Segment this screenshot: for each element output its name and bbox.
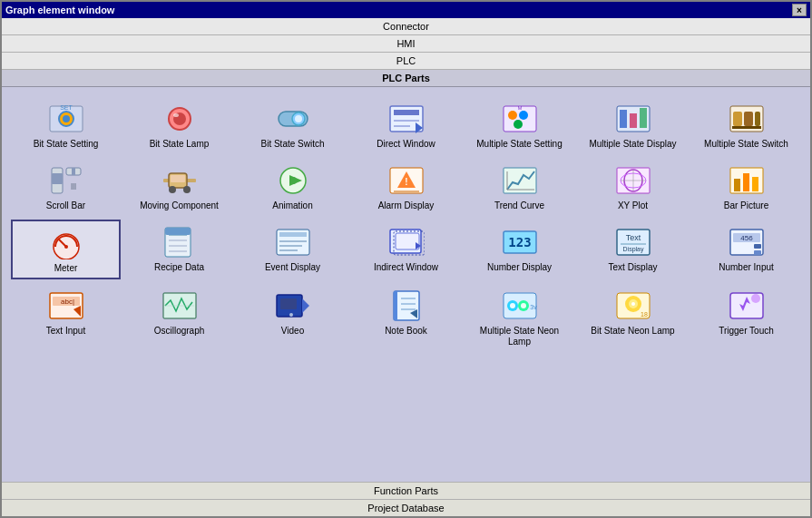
icon-item-bit-state-switch[interactable]: Bit State Switch <box>238 96 347 154</box>
svg-point-9 <box>295 115 302 122</box>
icon-item-bar-picture[interactable]: Bar Picture <box>691 158 801 216</box>
svg-point-18 <box>514 120 523 129</box>
svg-point-37 <box>183 186 191 193</box>
icon-item-text-input[interactable]: abc|Text Input <box>11 283 121 352</box>
icon-item-animation[interactable]: Animation <box>238 158 347 216</box>
icon-item-multiple-state-setting[interactable]: MMultiple State Setting <box>465 96 574 154</box>
svg-text:|||: ||| <box>70 181 75 190</box>
icon-item-bit-state-setting[interactable]: SETBit State Setting <box>11 96 121 154</box>
svg-rect-86 <box>754 250 761 255</box>
icon-item-number-display[interactable]: 123Number Display <box>465 220 574 279</box>
icon-item-direct-window[interactable]: Direct Window <box>351 96 461 154</box>
icons-grid: SETBit State SettingBit State LampBit St… <box>2 87 810 482</box>
icon-label-recipe-data: Recipe Data <box>154 262 204 273</box>
icon-item-note-book[interactable]: Note Book <box>351 283 461 352</box>
svg-rect-66 <box>165 228 191 235</box>
svg-point-17 <box>519 111 528 120</box>
icon-label-text-input: Text Input <box>46 326 85 337</box>
icon-item-bit-state-neon-lamp[interactable]: 18Bit State Neon Lamp <box>578 283 688 352</box>
icon-label-multiple-state-display: Multiple State Display <box>589 139 676 150</box>
svg-point-107 <box>521 303 526 308</box>
icon-img-multiple-state-setting: M <box>498 101 542 137</box>
icon-item-trend-curve[interactable]: Trend Curve <box>465 158 574 216</box>
icon-item-bit-state-lamp[interactable]: Bit State Lamp <box>124 96 234 154</box>
svg-text:!: ! <box>405 177 407 187</box>
plc-menu[interactable]: PLC <box>2 53 810 70</box>
svg-rect-32 <box>72 168 75 175</box>
icon-img-multiple-state-switch <box>725 101 768 137</box>
svg-rect-25 <box>733 112 742 126</box>
icon-label-multiple-state-setting: Multiple State Setting <box>476 139 563 150</box>
svg-text:Text: Text <box>625 233 641 242</box>
icon-img-scroll-bar: ||| <box>44 162 88 199</box>
icon-item-oscillograph[interactable]: Oscillograph <box>124 283 234 352</box>
function-parts-bar[interactable]: Function Parts <box>2 482 810 499</box>
svg-rect-95 <box>280 298 297 309</box>
icon-label-direct-window: Direct Window <box>377 139 435 150</box>
icon-img-moving-component <box>158 162 201 199</box>
icon-item-indirect-window[interactable]: Indirect Window <box>351 220 461 279</box>
icon-label-number-display: Number Display <box>487 262 552 273</box>
title-bar: Graph element window × <box>2 2 810 18</box>
icon-item-multiple-state-display[interactable]: Multiple State Display <box>578 96 688 154</box>
icon-label-bar-picture: Bar Picture <box>724 200 768 211</box>
svg-text:456: 456 <box>740 234 753 242</box>
svg-text:18: 18 <box>641 311 648 318</box>
icon-img-bit-state-switch <box>271 101 315 137</box>
icon-img-xy-plot <box>611 162 655 199</box>
icon-img-animation <box>271 162 315 199</box>
icon-label-bit-state-setting: Bit State Setting <box>34 139 99 150</box>
icon-item-multiple-state-neon-lamp[interactable]: 3vMultiple State Neon Lamp <box>465 283 574 352</box>
svg-text:Display: Display <box>622 246 643 253</box>
svg-text:abc|: abc| <box>61 298 74 306</box>
icon-item-video[interactable]: Video <box>238 283 347 352</box>
icon-img-recipe-data <box>158 224 201 260</box>
icon-item-xy-plot[interactable]: XY Plot <box>578 158 688 216</box>
icon-item-event-display[interactable]: Event Display <box>238 220 347 279</box>
hmi-menu[interactable]: HMI <box>2 35 810 53</box>
icon-label-bit-state-neon-lamp: Bit State Neon Lamp <box>591 326 674 337</box>
svg-point-105 <box>510 303 515 308</box>
icon-item-meter[interactable]: Meter <box>11 220 121 279</box>
svg-marker-94 <box>302 298 309 313</box>
icon-item-moving-component[interactable]: Moving Component <box>124 158 234 216</box>
icon-img-multiple-state-neon-lamp: 3v <box>498 288 542 324</box>
icon-item-text-display[interactable]: TextDisplayText Display <box>578 220 688 279</box>
svg-point-96 <box>289 313 293 317</box>
icon-label-multiple-state-neon-lamp: Multiple State Neon Lamp <box>467 326 572 347</box>
connector-menu[interactable]: Connector <box>2 18 810 35</box>
plc-parts-header: PLC Parts <box>2 70 810 87</box>
icon-img-text-input: abc| <box>44 288 88 324</box>
svg-rect-38 <box>171 175 185 182</box>
icon-img-bit-state-lamp <box>158 101 201 137</box>
icon-item-scroll-bar[interactable]: |||Scroll Bar <box>11 158 121 216</box>
svg-rect-23 <box>640 108 647 128</box>
icon-img-trend-curve <box>498 162 542 199</box>
icon-img-number-display: 123 <box>498 224 542 260</box>
icon-img-text-display: TextDisplay <box>611 224 655 260</box>
icon-label-video: Video <box>281 326 304 337</box>
svg-point-60 <box>64 245 68 249</box>
icon-img-meter <box>44 225 88 261</box>
icon-item-number-input[interactable]: 456Number Input <box>691 220 801 279</box>
project-database-bar[interactable]: Project Database <box>2 499 810 516</box>
svg-rect-22 <box>630 113 637 128</box>
menu-bar: Connector HMI PLC <box>2 18 810 70</box>
icon-img-event-display <box>271 224 315 260</box>
svg-rect-26 <box>744 112 753 126</box>
close-button[interactable]: × <box>792 4 807 16</box>
svg-rect-68 <box>279 232 307 237</box>
icon-label-bit-state-lamp: Bit State Lamp <box>150 139 210 150</box>
icon-item-trigger-touch[interactable]: Trigger Touch <box>691 283 801 352</box>
icon-item-multiple-state-switch[interactable]: Multiple State Switch <box>691 96 801 154</box>
icon-label-meter: Meter <box>54 263 78 274</box>
icon-item-alarm-display[interactable]: !Alarm Display <box>351 158 461 216</box>
content-area: SETBit State SettingBit State LampBit St… <box>2 87 810 482</box>
svg-point-2 <box>63 115 70 122</box>
svg-text:M: M <box>517 105 522 111</box>
icon-item-recipe-data[interactable]: Recipe Data <box>124 220 234 279</box>
icon-img-bit-state-neon-lamp: 18 <box>611 288 655 324</box>
icon-img-trigger-touch <box>725 288 768 324</box>
icon-label-animation: Animation <box>272 200 312 211</box>
svg-rect-55 <box>734 179 740 191</box>
